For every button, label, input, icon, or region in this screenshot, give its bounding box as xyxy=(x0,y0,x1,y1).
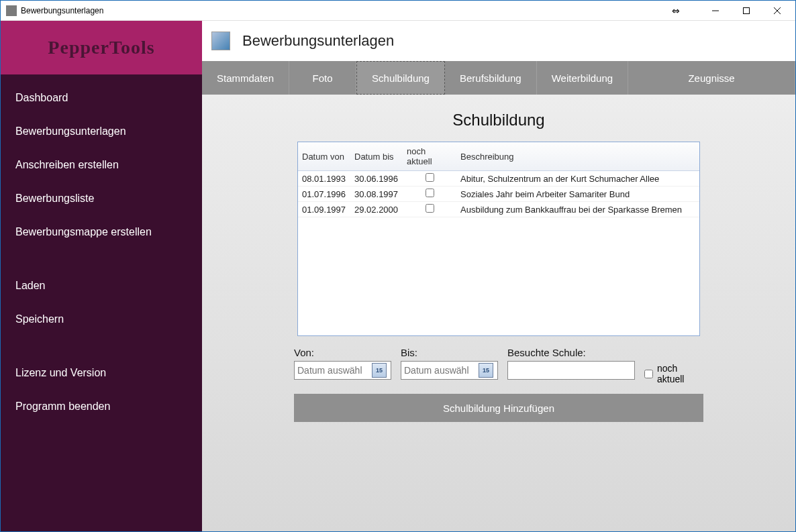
cell-bis: 29.02.2000 xyxy=(350,202,403,217)
aktuell-label: noch aktuell xyxy=(657,363,703,384)
table-row[interactable]: 01.09.199729.02.2000Ausbildung zum Bankk… xyxy=(298,202,699,217)
tab-berufsbildung[interactable]: Berufsbildung xyxy=(445,61,537,95)
col-header-aktuell[interactable]: noch aktuell xyxy=(403,142,456,171)
content-header: Bewerbungsunterlagen xyxy=(202,21,795,61)
logo: PepperTools xyxy=(1,21,202,74)
cell-desc: Abitur, Schulzentrum an der Kurt Schumac… xyxy=(456,171,699,187)
cell-von: 01.07.1996 xyxy=(298,187,350,202)
sidebar-item-laden[interactable]: Laden xyxy=(1,269,202,303)
table-row[interactable]: 01.07.199630.08.1997Soziales Jahr beim A… xyxy=(298,187,699,202)
titlebar: Bewerbungsunterlagen ⇔ xyxy=(1,1,795,21)
header-icon xyxy=(211,32,230,50)
tab-zeugnisse[interactable]: Zeugnisse xyxy=(628,61,795,95)
col-header-bis[interactable]: Datum bis xyxy=(350,142,403,171)
cell-von: 08.01.1993 xyxy=(298,171,350,187)
app-icon xyxy=(6,5,17,16)
sidebar-item-beenden[interactable]: Programm beenden xyxy=(1,390,202,423)
row-checkbox[interactable] xyxy=(426,189,434,197)
bis-date-input[interactable]: 15 xyxy=(401,361,498,380)
aktuell-checkbox[interactable] xyxy=(644,370,653,378)
close-button[interactable] xyxy=(762,1,793,21)
col-header-desc[interactable]: Beschreibung xyxy=(456,142,699,171)
cell-bis: 30.08.1997 xyxy=(350,187,403,202)
cell-bis: 30.06.1996 xyxy=(350,171,403,187)
calendar-icon[interactable]: 15 xyxy=(479,363,493,378)
section-title: Schulbildung xyxy=(222,111,775,129)
sidebar-item-speichern[interactable]: Speichern xyxy=(1,303,202,336)
sidebar-item-bewerbungsunterlagen[interactable]: Bewerbungsunterlagen xyxy=(1,115,202,148)
cell-aktuell xyxy=(403,187,456,202)
col-header-von[interactable]: Datum von xyxy=(298,142,350,171)
row-checkbox[interactable] xyxy=(426,204,434,213)
resize-arrows-icon: ⇔ xyxy=(672,5,680,16)
sidebar-item-lizenz[interactable]: Lizenz und Version xyxy=(1,356,202,390)
sidebar-item-dashboard[interactable]: Dashboard xyxy=(1,81,202,115)
schule-label: Besuchte Schule: xyxy=(507,347,635,358)
sidebar-item-bewerbungsliste[interactable]: Bewerbungsliste xyxy=(1,182,202,215)
tabs: Stammdaten Foto Schulbildung Berufsbildu… xyxy=(202,61,795,95)
minimize-button[interactable] xyxy=(700,1,731,21)
tab-stammdaten[interactable]: Stammdaten xyxy=(202,61,289,95)
schule-input[interactable] xyxy=(507,361,635,380)
cell-von: 01.09.1997 xyxy=(298,202,350,217)
table-row[interactable]: 08.01.199330.06.1996Abitur, Schulzentrum… xyxy=(298,171,699,187)
sidebar: PepperTools Dashboard Bewerbungsunterlag… xyxy=(1,21,202,531)
von-date-input[interactable]: 15 xyxy=(294,361,391,380)
cell-desc: Ausbildung zum Bankkauffrau bei der Spar… xyxy=(456,202,699,217)
cell-aktuell xyxy=(403,202,456,217)
sidebar-item-anschreiben[interactable]: Anschreiben erstellen xyxy=(1,148,202,182)
bis-label: Bis: xyxy=(401,347,498,358)
cell-desc: Soziales Jahr beim Arbeiter Samariter Bu… xyxy=(456,187,699,202)
tab-foto[interactable]: Foto xyxy=(289,61,356,95)
calendar-icon[interactable]: 15 xyxy=(372,363,387,378)
tab-schulbildung[interactable]: Schulbildung xyxy=(356,61,445,95)
add-education-button[interactable]: Schulbildung Hinzufügen xyxy=(294,394,703,422)
cell-aktuell xyxy=(403,171,456,187)
svg-rect-1 xyxy=(744,7,750,13)
education-grid[interactable]: Datum von Datum bis noch aktuell Beschre… xyxy=(297,142,700,336)
von-date-field[interactable] xyxy=(295,365,372,376)
window-title: Bewerbungsunterlagen xyxy=(21,6,672,15)
page-title: Bewerbungsunterlagen xyxy=(242,32,394,50)
von-label: Von: xyxy=(294,347,391,358)
row-checkbox[interactable] xyxy=(426,173,434,182)
bis-date-field[interactable] xyxy=(401,365,479,376)
maximize-button[interactable] xyxy=(731,1,762,21)
tab-weiterbildung[interactable]: Weiterbildung xyxy=(537,61,628,95)
sidebar-item-bewerbungsmappe[interactable]: Bewerbungsmappe erstellen xyxy=(1,215,202,249)
